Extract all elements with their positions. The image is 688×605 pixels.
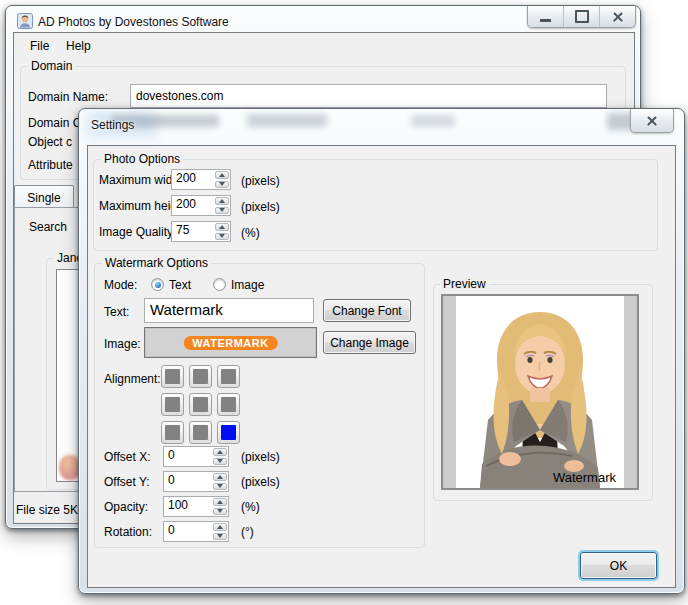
watermark-text-input[interactable]: Watermark: [144, 298, 314, 323]
spin-down-button[interactable]: [215, 181, 229, 189]
opacity-label: Opacity:: [104, 500, 148, 514]
align-bottom-right-button[interactable]: [217, 421, 240, 444]
change-image-button[interactable]: Change Image: [323, 331, 416, 354]
change-font-button[interactable]: Change Font: [323, 299, 411, 322]
opacity-value[interactable]: 100: [164, 497, 212, 516]
rotation-spinner[interactable]: 0: [163, 521, 229, 542]
tab-single[interactable]: Single: [14, 185, 74, 209]
search-label: Search: [29, 220, 67, 234]
offset-x-value[interactable]: 0: [164, 447, 212, 466]
align-top-center-button[interactable]: [189, 365, 212, 388]
spin-down-button[interactable]: [215, 207, 229, 215]
settings-client: Photo Options Maximum width: 200 (pixels…: [87, 145, 676, 588]
offset-y-label: Offset Y:: [104, 475, 150, 489]
app-icon: [17, 13, 33, 33]
align-bottom-center-button[interactable]: [189, 421, 212, 444]
mode-image-radio[interactable]: [213, 278, 226, 291]
settings-close-button[interactable]: [630, 109, 674, 133]
domain-controller-label: Domain Co: [28, 116, 84, 130]
photo-options-label: Photo Options: [101, 152, 183, 166]
spin-down-button[interactable]: [215, 233, 229, 241]
opacity-spinner[interactable]: 100: [163, 496, 229, 517]
close-button[interactable]: [599, 6, 635, 27]
close-icon: [646, 115, 658, 127]
align-bottom-left-button[interactable]: [161, 421, 184, 444]
domain-name-input[interactable]: dovestones.com: [130, 84, 607, 108]
maximum-height-unit: (pixels): [241, 200, 280, 214]
object-class-label: Object c: [28, 135, 72, 149]
ok-button[interactable]: OK: [580, 552, 657, 579]
spin-down-button[interactable]: [213, 533, 227, 541]
preview-label: Preview: [440, 277, 489, 291]
align-top-right-button[interactable]: [217, 365, 240, 388]
align-top-left-button[interactable]: [161, 365, 184, 388]
domain-group-label: Domain: [28, 59, 75, 73]
desktop: AD Photos by Dovestones Software File He…: [0, 0, 688, 605]
caption-buttons: [527, 6, 636, 28]
image-quality-spinner[interactable]: 75: [171, 221, 231, 242]
image-quality-label: Image Quality:: [99, 225, 176, 239]
offset-x-unit: (pixels): [241, 450, 280, 464]
watermark-options-label: Watermark Options: [102, 256, 211, 270]
watermark-image-preview: WATERMARK: [144, 327, 317, 358]
align-middle-right-button[interactable]: [217, 393, 240, 416]
spin-down-button[interactable]: [213, 508, 227, 516]
maximize-button[interactable]: [563, 6, 599, 27]
text-label: Text:: [104, 305, 129, 319]
maximum-width-value[interactable]: 200: [172, 170, 214, 189]
menu-help[interactable]: Help: [60, 36, 97, 56]
spin-up-button[interactable]: [213, 523, 227, 531]
maximum-height-value[interactable]: 200: [172, 196, 214, 215]
glass-blur-artifact: [411, 115, 455, 127]
mode-text-label[interactable]: Text: [169, 278, 191, 292]
mode-image-label[interactable]: Image: [231, 278, 264, 292]
maximum-height-spinner[interactable]: 200: [171, 195, 231, 216]
maximize-icon: [575, 10, 589, 23]
image-label: Image:: [104, 337, 141, 351]
rotation-value[interactable]: 0: [164, 522, 212, 541]
watermark-image-badge: WATERMARK: [183, 336, 277, 350]
spin-down-button[interactable]: [213, 483, 227, 491]
spin-up-button[interactable]: [215, 197, 229, 205]
settings-dialog-title: Settings: [91, 118, 134, 132]
portrait-photo: [456, 296, 624, 488]
image-quality-unit: (%): [241, 226, 260, 240]
preview-frame: Watermark: [441, 294, 639, 490]
minimize-button[interactable]: [528, 6, 563, 27]
domain-name-label: Domain Name:: [28, 90, 108, 104]
spin-up-button[interactable]: [213, 498, 227, 506]
mode-label: Mode:: [104, 278, 137, 292]
offset-x-spinner[interactable]: 0: [163, 446, 229, 467]
settings-dialog: Settings Photo Options Maximum width: 20…: [78, 108, 685, 594]
preview-photo: Watermark: [456, 296, 624, 488]
main-window-title: AD Photos by Dovestones Software: [38, 15, 229, 29]
glass-blur-artifact: [247, 114, 327, 127]
offset-y-value[interactable]: 0: [164, 472, 212, 491]
mode-text-radio[interactable]: [151, 278, 164, 291]
attribute-label: Attribute: [28, 158, 73, 172]
spin-up-button[interactable]: [215, 171, 229, 179]
rotation-label: Rotation:: [104, 525, 152, 539]
close-icon: [612, 11, 624, 23]
spin-up-button[interactable]: [213, 448, 227, 456]
minimize-icon: [540, 19, 551, 22]
offset-x-label: Offset X:: [104, 450, 150, 464]
alignment-label: Alignment:: [104, 372, 161, 386]
maximum-width-unit: (pixels): [241, 174, 280, 188]
rotation-unit: (°): [241, 525, 254, 539]
spin-up-button[interactable]: [213, 473, 227, 481]
menu-file[interactable]: File: [24, 36, 55, 56]
align-middle-center-button[interactable]: [189, 393, 212, 416]
offset-y-spinner[interactable]: 0: [163, 471, 229, 492]
preview-watermark-text: Watermark: [553, 470, 616, 485]
align-middle-left-button[interactable]: [161, 393, 184, 416]
opacity-unit: (%): [241, 500, 260, 514]
maximum-width-spinner[interactable]: 200: [171, 169, 231, 190]
status-file-size: File size 5K: [16, 503, 78, 517]
spin-up-button[interactable]: [215, 223, 229, 231]
offset-y-unit: (pixels): [241, 475, 280, 489]
image-quality-value[interactable]: 75: [172, 222, 214, 241]
spin-down-button[interactable]: [213, 458, 227, 466]
